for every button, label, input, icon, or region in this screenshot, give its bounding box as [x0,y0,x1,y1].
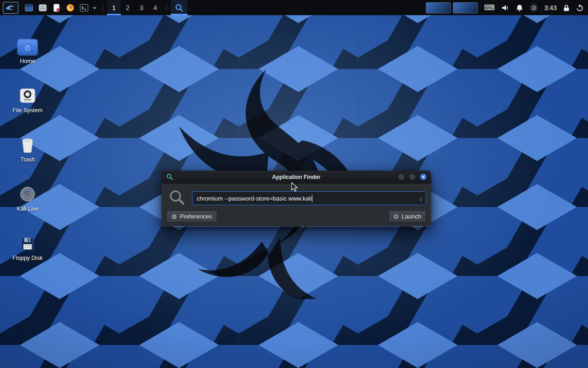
notification-bell-icon[interactable] [516,4,523,12]
desktop-icon-label: Trash [20,156,35,163]
file-system-drive-icon [19,87,36,104]
close-button[interactable] [420,173,427,180]
window-icon [24,3,34,12]
workspace-button-2[interactable]: 2 [121,0,135,15]
file-manager-icon [38,3,47,12]
desktop-icon-column: ⌂ Home File System Tras [9,26,46,261]
launcher-file-manager[interactable] [36,0,50,15]
close-icon [422,175,425,178]
terminal-icon [79,3,89,12]
preferences-button[interactable]: ⚙ Preferences [166,210,217,223]
home-folder-icon: ⌂ [18,40,37,55]
panel-separator [102,4,103,12]
floppy-disk-icon [20,236,35,252]
keyboard-layout-icon[interactable]: ⌨ [484,4,495,12]
window-title: Application Finder [162,171,431,184]
search-icon-large [168,188,186,207]
launch-button-label: Launch [401,213,421,220]
minimize-button[interactable] [398,173,405,180]
launcher-text-editor[interactable] [50,0,63,15]
pager-preview[interactable] [426,2,478,13]
panel-right-group: ⌨ 3:43 [426,0,585,15]
panel-separator [166,4,167,12]
dropdown-arrow-icon[interactable]: ↓ [419,192,423,205]
kali-live-disc-icon [19,186,36,202]
gear-icon: ⚙ [171,213,177,220]
command-input-value: chromium --password-store=basic www.kali [197,195,311,202]
text-caret [312,195,312,202]
workspace-button-3[interactable]: 3 [135,0,148,15]
trash-icon [21,137,34,153]
command-input[interactable]: chromium --password-store=basic www.kali… [192,191,426,205]
desktop-screen: 1 2 3 4 ⌨ [0,0,588,368]
house-glyph: ⌂ [25,43,30,52]
top-panel: 1 2 3 4 ⌨ [0,0,588,15]
desktop-icon-label: Floppy Disk [12,255,42,261]
panel-left-group: 1 2 3 4 [3,0,187,15]
terminal-dropdown-arrow[interactable] [91,0,98,15]
application-finder-window: Application Finder [162,171,431,227]
workspace-button-1[interactable]: 1 [107,0,121,15]
appfinder-window-icon [166,173,173,180]
button-row: ⚙ Preferences ⚙ Launch [166,210,426,223]
pager-workspace-thumbnail[interactable] [426,2,451,13]
preferences-button-label: Preferences [180,213,212,220]
launcher-desktop[interactable] [22,0,36,15]
power-logout-icon[interactable] [576,4,583,12]
kali-dragon-silhouette [129,32,413,299]
launch-icon: ⚙ [393,213,399,220]
desktop-icon-label: File System [12,107,42,114]
launcher-terminal[interactable] [77,0,91,15]
lock-icon[interactable] [563,4,570,12]
taskbar-application-finder-button[interactable] [171,0,187,15]
mouse-cursor [291,182,298,192]
volume-icon[interactable] [501,4,509,12]
maximize-button[interactable] [409,173,416,180]
desktop-icon-label: Home [20,58,35,64]
launch-button[interactable]: ⚙ Launch [388,210,426,223]
desktop-icon-file-system[interactable]: File System [9,75,46,114]
firefox-icon [66,3,75,12]
chevron-down-icon [92,5,97,11]
applications-menu-button[interactable] [3,2,18,14]
update-indicator-icon[interactable] [530,4,538,12]
workspace-button-4[interactable]: 4 [148,0,162,15]
desktop-icon-floppy-disk[interactable]: Floppy Disk [9,223,46,261]
titlebar[interactable]: Application Finder [162,171,431,184]
desktop-icon-label: Kali Live [17,206,38,212]
kali-logo-icon [5,4,16,12]
launcher-firefox[interactable] [63,0,77,15]
desktop-icon-home[interactable]: ⌂ Home [9,26,46,64]
document-icon [52,3,61,12]
pager-workspace-thumbnail[interactable] [453,2,478,13]
desktop-icon-kali-live[interactable]: Kali Live [9,173,46,212]
search-icon [175,3,184,12]
clock[interactable]: 3:43 [544,4,557,12]
desktop-icon-trash[interactable]: Trash [9,124,46,163]
